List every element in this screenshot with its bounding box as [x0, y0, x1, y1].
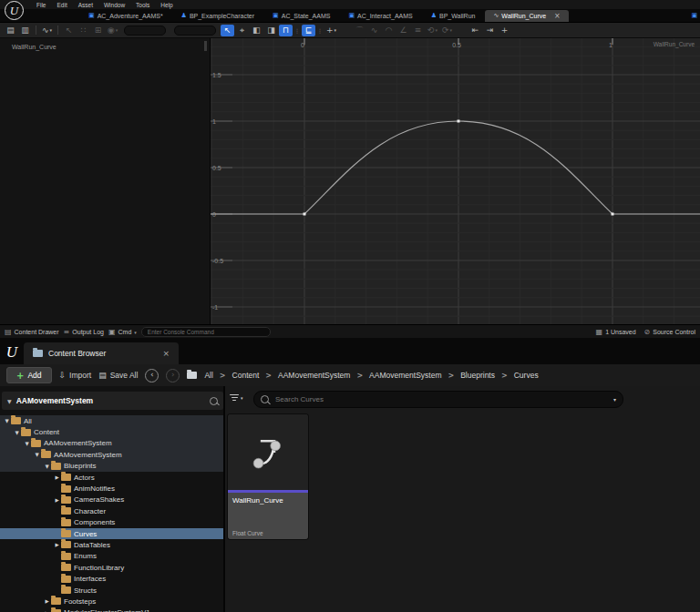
sidebar-item-character[interactable]: Character [0, 505, 223, 516]
tangent-constant-button[interactable]: ≡ [411, 25, 425, 36]
sidebar-item-actors[interactable]: ▶Actors [0, 472, 223, 483]
chevron-down-icon[interactable]: ▾ [613, 396, 616, 403]
sidebar-item-camerashakes[interactable]: ▶CameraShakes [0, 495, 223, 505]
sidebar-item-all[interactable]: ▼All [0, 415, 223, 426]
sidebar-item-curves[interactable]: Curves [0, 528, 223, 539]
pre-infinity-button[interactable]: ◧ [250, 25, 263, 36]
chevron-open-icon[interactable]: ▼ [3, 418, 11, 423]
breadcrumb-aamovementsystem-2[interactable]: AAMovementSystem [278, 371, 350, 380]
console-command-input[interactable] [141, 327, 271, 337]
add-button[interactable]: + Add [6, 367, 52, 383]
sidebar-item-footsteps[interactable]: ▶Footsteps [0, 596, 223, 607]
axis-lock-button[interactable]: ⊓ [279, 25, 293, 36]
cmd-dropdown[interactable]: ▣ Cmd ▾ [108, 328, 137, 336]
pointer-tool-button[interactable]: ↖ [221, 25, 234, 36]
chevron-closed-icon[interactable]: ▶ [53, 474, 61, 480]
curve-key[interactable] [304, 213, 306, 216]
asset-search-input[interactable] [273, 394, 609, 404]
snapping-button[interactable]: ⊑ [302, 25, 315, 36]
tab-bp-examplecharacter[interactable]: ♟BP_ExampleCharacter [173, 10, 262, 22]
tab-ac-interact-aams[interactable]: ▣AC_Interact_AAMS [340, 10, 420, 22]
post-cycle-button[interactable]: ⟳▾ [440, 25, 454, 36]
curve-graph[interactable]: 00.511.510.50-0.5-1 WallRun_Curve [211, 38, 700, 324]
curve-key[interactable] [612, 213, 614, 216]
breadcrumb-all-0[interactable]: All [204, 371, 212, 380]
tab-ac-adventure-aams[interactable]: ▣AC_Adventure_AAMS* [80, 10, 171, 22]
pivot-mode-button[interactable]: ∷ [77, 25, 90, 36]
view-mode-button[interactable]: ◉▾ [106, 25, 119, 36]
sidebar-item-modularelevatorsystemv1[interactable]: ▶ModularElevatorSystemV1 [0, 607, 223, 612]
breadcrumb-curves-5[interactable]: Curves [514, 371, 539, 380]
menu-asset[interactable]: Asset [73, 2, 98, 8]
content-browser-tab[interactable]: Content Browser × [24, 342, 179, 364]
chevron-closed-icon[interactable]: ▶ [43, 598, 51, 604]
tangent-smooth-auto-button[interactable]: ⌒ [353, 25, 366, 36]
save-button[interactable]: ▤ [4, 25, 17, 36]
chevron-open-icon[interactable]: ▼ [33, 452, 41, 457]
tab-bp-wallrun[interactable]: ♟BP_WallRun [423, 10, 484, 22]
options-dots-icon[interactable]: ⋮ [317, 27, 323, 34]
menu-file[interactable]: File [31, 2, 51, 8]
breadcrumb-content-1[interactable]: Content [232, 371, 260, 380]
curve-outliner-row[interactable]: WallRun_Curve [0, 41, 210, 52]
frame-selection-button[interactable]: ⌖ [235, 25, 249, 36]
chevron-closed-icon[interactable]: ▶ [53, 542, 61, 547]
filter-button[interactable]: ▾ [230, 394, 243, 401]
save-all-button[interactable]: ▤ Save All [98, 371, 138, 380]
curve-graph-canvas[interactable]: 00.511.510.50-0.5-1 [211, 38, 700, 324]
post-infinity-button[interactable]: ◨ [264, 25, 278, 36]
breadcrumb-aamovementsystem-3[interactable]: AAMovementSystem [369, 371, 441, 380]
sidebar-item-content[interactable]: ▼Content [0, 426, 223, 437]
sidebar-item-datatables[interactable]: ▶DataTables [0, 539, 223, 550]
toolbar-value-field[interactable] [124, 26, 166, 36]
sidebar-item-functionlibrary[interactable]: FunctionLibrary [0, 562, 223, 573]
breadcrumb-blueprints-4[interactable]: Blueprints [460, 371, 495, 380]
sidebar-item-aamovementsystem[interactable]: ▼AAMovementSystem [0, 449, 223, 460]
menu-help[interactable]: Help [155, 2, 178, 8]
asset-tile-wallrun-curve[interactable]: WallRun_CurveFloat Curve [228, 414, 308, 539]
menu-tools[interactable]: Tools [130, 2, 155, 8]
key-options-button[interactable]: + [498, 25, 511, 36]
menu-edit[interactable]: Edit [51, 2, 72, 8]
source-control-button[interactable]: ⊘ Source Control [644, 328, 695, 336]
toolbar-value-field[interactable] [174, 26, 216, 36]
content-drawer-button[interactable]: ▤ Content Drawer [5, 328, 59, 336]
asset-search-box[interactable]: ▾ [253, 391, 623, 408]
transform-mode-button[interactable]: ⊞ [91, 25, 105, 36]
straighten-tangents-button[interactable]: ⇥ [483, 25, 497, 36]
sidebar-item-blueprints[interactable]: ▼Blueprints [0, 461, 223, 472]
close-icon[interactable]: × [554, 12, 561, 20]
sidebar-item-animnotifies[interactable]: AnimNotifies [0, 483, 223, 494]
curve-key[interactable] [458, 120, 460, 123]
sidebar-item-interfaces[interactable]: Interfaces [0, 573, 223, 584]
menu-window[interactable]: Window [98, 2, 130, 8]
search-icon[interactable] [210, 397, 218, 405]
select-mode-button[interactable]: ↖ [62, 25, 76, 36]
outliner-scrollbar[interactable] [204, 41, 207, 51]
sidebar-item-enums[interactable]: Enums [0, 551, 223, 562]
unsaved-badge[interactable]: ▦ 1 Unsaved [596, 328, 636, 336]
tangent-linear-button[interactable]: ∠ [396, 25, 410, 36]
chevron-open-icon[interactable]: ▼ [13, 430, 21, 435]
forward-button[interactable]: › [166, 369, 180, 382]
sidebar-item-aamovementsystem[interactable]: ▼AAMovementSystem [0, 438, 223, 449]
tab-wallrun-curve[interactable]: ∿WallRun_Curve× [485, 10, 568, 22]
unreal-logo[interactable]: U [5, 1, 24, 20]
sidebar-item-structs[interactable]: Structs [0, 585, 223, 596]
sidebar-item-components[interactable]: Components [0, 517, 223, 528]
output-log-button[interactable]: ≡ Output Log [64, 328, 104, 336]
pre-cycle-button[interactable]: ⟲▾ [426, 25, 439, 36]
back-button[interactable]: ‹ [145, 369, 159, 382]
tab-ac-state-aams[interactable]: ▣AC_State_AAMS [264, 10, 338, 22]
close-icon[interactable]: × [162, 349, 170, 358]
tangent-break-button[interactable]: ◠ [382, 25, 396, 36]
sources-header[interactable]: ▼ AAMovementSystem [2, 392, 223, 410]
import-button[interactable]: ⇩ Import [59, 371, 92, 380]
flatten-tangents-button[interactable]: ⇤ [468, 25, 482, 36]
chevron-closed-icon[interactable]: ▶ [53, 497, 61, 503]
browse-to-asset-button[interactable]: ▥ [18, 25, 32, 36]
chevron-open-icon[interactable]: ▼ [43, 464, 51, 469]
curve-view-options-button[interactable]: ∿▾ [40, 25, 54, 36]
options-dots-icon[interactable]: ⋮ [294, 27, 300, 34]
add-key-button[interactable]: +▾ [324, 25, 338, 36]
